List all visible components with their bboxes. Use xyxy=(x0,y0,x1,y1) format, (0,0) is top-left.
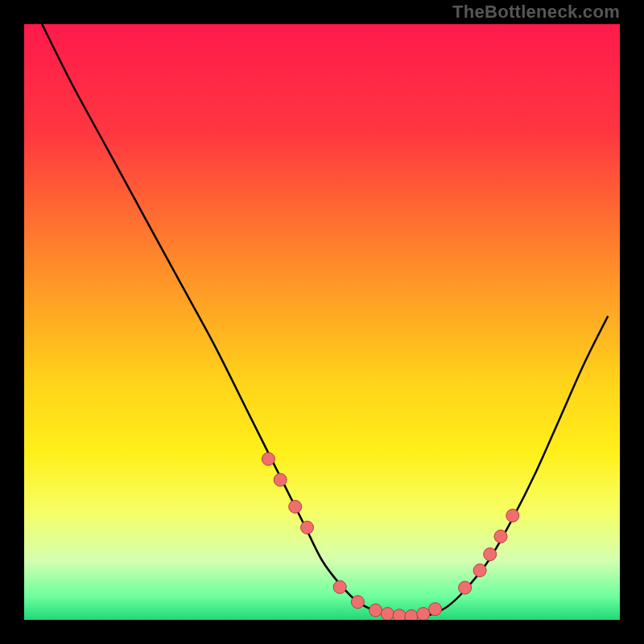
bottleneck-chart xyxy=(24,24,620,620)
curve-marker xyxy=(417,608,430,620)
curve-marker xyxy=(506,510,519,522)
curve-marker xyxy=(393,609,406,620)
curve-marker xyxy=(369,604,382,617)
curve-marker xyxy=(262,452,275,465)
curve-marker xyxy=(459,581,472,594)
curve-marker xyxy=(274,473,287,486)
gradient-background xyxy=(24,24,620,620)
watermark: TheBottleneck.com xyxy=(452,2,620,23)
curve-marker xyxy=(429,603,442,616)
curve-marker xyxy=(405,610,418,620)
curve-marker xyxy=(289,500,302,513)
curve-marker xyxy=(484,548,497,561)
curve-marker xyxy=(333,580,346,593)
curve-marker xyxy=(473,564,486,577)
curve-marker xyxy=(351,596,364,609)
chart-frame xyxy=(24,24,620,620)
curve-marker xyxy=(301,521,314,534)
curve-marker xyxy=(381,608,394,620)
curve-marker xyxy=(494,530,507,543)
